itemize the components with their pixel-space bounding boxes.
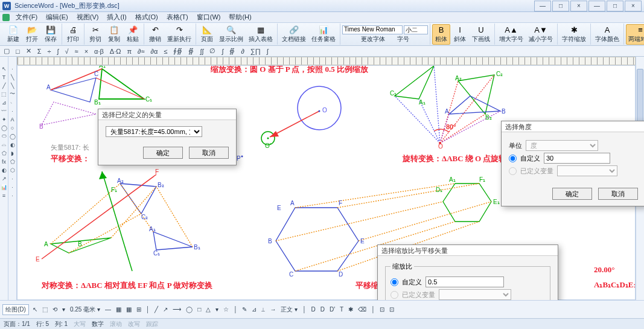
tool-button[interactable]: · [9,184,16,190]
symbol-button[interactable]: ∅ [208,47,217,55]
tool-button[interactable]: ⌓ [1,141,7,148]
symbol-button[interactable]: √ [64,48,70,55]
tool-button[interactable]: · [9,107,16,114]
tool-button[interactable]: ≡ [1,192,7,199]
toolbar-button[interactable]: ✱字符缩放 [560,24,588,45]
bottom-tool-button[interactable]: ▦ [115,306,123,313]
toolbar-button[interactable]: ▦插入表格 [246,24,275,45]
tool-button[interactable]: ⊿ [1,99,7,106]
symbol-button[interactable]: α·β [93,48,105,55]
bottom-tool-button[interactable]: ⬚ [41,306,49,313]
toolbar-button[interactable]: 📄新建 [4,24,22,45]
bottom-tool-button[interactable]: ⟲ [51,306,59,313]
bottom-tool-button[interactable]: ▾ [214,306,220,313]
mdi-minimize-button[interactable]: — [534,1,551,11]
vector-select[interactable]: 矢量5817:长度=45.00mm, 方向=30.0 [106,126,202,137]
dialog-select-angle[interactable]: 选择角度 单位 度 自定义 已定义变量 确定 取消 [501,121,644,206]
symbol-button[interactable]: ≈ [74,48,80,55]
toolbar-button[interactable]: A字体颜色 [593,24,622,45]
bottom-tool-button[interactable]: ↖ [31,306,39,313]
bottom-tool-button[interactable]: □ [196,306,202,313]
tool-button[interactable]: ◐ [9,141,16,148]
font-size-select[interactable]: 小二 [404,25,428,34]
tab-draw[interactable]: 绘图(D) [2,304,29,315]
radio-custom[interactable] [509,155,517,162]
toolbar-button[interactable]: 📂打开 [23,24,41,45]
bottom-tool-button[interactable]: ⌫ [357,306,368,313]
tool-button[interactable]: · [9,175,16,182]
bottom-tool-button[interactable]: ⟶ [171,306,182,313]
bottom-tool-button[interactable]: ⊡ [388,306,395,313]
tool-button[interactable]: ↖ [1,65,7,72]
bottom-tool-button[interactable]: ▦ [125,306,133,313]
ok-button[interactable]: 确定 [143,147,183,159]
bottom-tool-button[interactable]: │ [301,306,307,313]
bottom-tool-button[interactable]: △ [205,306,212,313]
tool-button[interactable]: 〰 [1,107,7,114]
tool-button[interactable]: ╲ [9,82,16,89]
symbol-button[interactable]: ∯ [187,47,195,55]
bottom-tool-button[interactable]: 0.25 毫米 ▾ [69,305,101,314]
symbol-button[interactable]: ∫ [56,48,60,55]
toolbar-button[interactable]: I斜体 [451,24,469,45]
symbol-button[interactable]: ∫∫ [199,48,205,55]
angle-input[interactable] [544,153,610,164]
toolbar-button[interactable]: ↶撤销 [146,24,164,45]
symbol-button[interactable]: ∮∯ [172,47,183,55]
bottom-tool-button[interactable]: ⊞ [135,306,142,313]
symbol-button[interactable]: ▢ [2,47,11,55]
tool-button[interactable]: ◐ [1,167,7,173]
menu-insert[interactable]: 插入(I) [103,13,130,22]
cancel-button[interactable]: 取消 [598,188,638,200]
mdi-close-button[interactable]: × [570,1,587,11]
tool-button[interactable]: fx [1,158,7,165]
tool-button[interactable]: 📊 [1,184,7,190]
symbol-button[interactable]: ∂≈ [136,48,145,55]
symbol-button[interactable]: ∫ [220,48,225,55]
bottom-tool-button[interactable]: │ [232,306,238,313]
tool-button[interactable]: ⬠ [1,150,7,156]
toolbar-button[interactable]: U下画线 [470,24,493,45]
tool-button[interactable]: ⬠ [9,158,16,165]
bottom-tool-button[interactable]: — [104,306,112,313]
symbol-button[interactable]: × [83,48,89,55]
symbol-button[interactable]: ✕ [25,47,33,55]
cancel-button[interactable]: 取消 [189,147,229,159]
toolbar-button[interactable]: A▲增大字号 [497,24,526,45]
dialog-select-vector[interactable]: 选择已经定义的矢量 矢量5817:长度=45.00mm, 方向=30.0 确定 … [98,109,237,165]
bottom-tool-button[interactable]: D' [328,306,336,313]
tool-button[interactable]: ╲ [9,74,16,80]
tool-button[interactable]: · [9,192,16,199]
bottom-tool-button[interactable]: D [319,306,326,313]
toolbar-button[interactable]: ≡两端对齐 [626,24,644,45]
bottom-tool-button[interactable]: ╱ [153,306,159,313]
tool-button[interactable]: A [9,116,16,123]
bottom-tool-button[interactable]: ✎ [241,306,248,313]
symbol-button[interactable]: ∫ [266,48,270,55]
symbol-button[interactable]: Δ·Ω [109,48,123,55]
menu-help[interactable]: 帮助(H) [225,13,255,22]
horizontal-ruler[interactable] [17,57,636,65]
bottom-tool-button[interactable]: T [339,306,345,313]
ok-button[interactable]: 确定 [552,188,592,200]
mdi-maximize-button[interactable]: □ [552,1,569,11]
toolbar-button[interactable]: 📊任务窗格 [309,24,338,45]
toolbar-button[interactable]: 🖨打印 [64,24,82,45]
bottom-tool-button[interactable]: → [269,306,277,313]
tool-button[interactable]: ✦ [1,116,7,123]
tool-button[interactable]: ◯ [9,133,16,139]
bottom-tool-button[interactable]: │ [145,306,151,313]
bottom-tool-button[interactable]: │ [370,306,376,313]
symbol-button[interactable]: □ [14,48,21,55]
bottom-tool-button[interactable]: ◯ [185,306,194,313]
toolbar-button[interactable]: ✂剪切 [86,24,104,45]
bottom-tool-button[interactable]: 正文 ▾ [279,305,299,314]
bottom-tool-button[interactable]: ☆ [222,306,230,313]
toolbar-button[interactable]: 📋复制 [105,24,123,45]
toolbar-button[interactable]: B粗体 [432,24,450,45]
toolbar-button[interactable]: A▼减小字号 [526,24,555,45]
font-name-select[interactable]: Times New Roman [342,25,403,34]
radio-scale-custom[interactable] [391,278,398,286]
toolbar-button[interactable]: 💾保存 [42,24,60,45]
menu-file[interactable]: 文件(F) [12,13,41,22]
